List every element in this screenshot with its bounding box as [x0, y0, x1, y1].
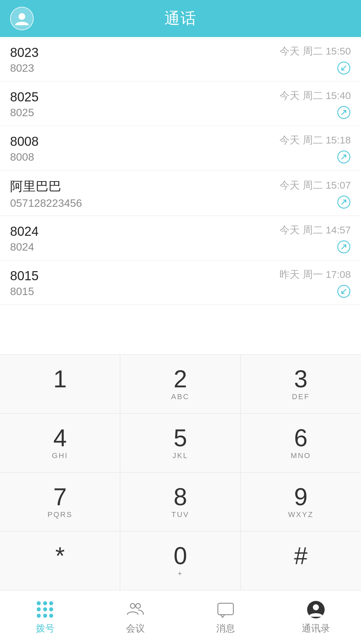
dial-key-digit: 0: [173, 544, 187, 568]
dial-key-letters: +: [178, 569, 183, 578]
call-number: 8025: [10, 106, 39, 119]
dial-key-digit: 6: [294, 426, 307, 450]
svg-point-8: [136, 604, 140, 608]
dial-key-2[interactable]: 2ABC: [120, 355, 240, 414]
dial-key-letters: DEF: [292, 392, 310, 401]
dial-key-digit: 1: [53, 367, 67, 391]
dial-key-letters: MNO: [291, 451, 311, 460]
dial-key-digit: 9: [294, 485, 307, 509]
svg-point-7: [130, 604, 135, 608]
call-name: 8025: [10, 90, 39, 104]
nav-item-conference[interactable]: 会议: [90, 590, 180, 644]
call-item[interactable]: 80248024今天 周二 14:57: [0, 216, 361, 260]
dial-key-letters: WXYZ: [288, 510, 314, 519]
dialpad-icon: [35, 600, 55, 619]
dial-key-9[interactable]: 9WXYZ: [241, 473, 361, 532]
dial-key-3[interactable]: 3DEF: [241, 355, 361, 414]
dial-key-#[interactable]: #: [241, 532, 361, 590]
call-name: 8024: [10, 224, 39, 239]
dial-key-0[interactable]: 0+: [120, 532, 240, 590]
dial-key-5[interactable]: 5JKL: [120, 414, 240, 473]
svg-rect-9: [218, 603, 233, 615]
call-number: 8008: [10, 151, 39, 163]
incoming-call-icon: [337, 61, 351, 75]
dial-key-letters: PQRS: [47, 510, 72, 519]
call-number: 057128223456: [10, 197, 82, 210]
call-name: 8023: [10, 45, 39, 60]
dialpad: 12ABC3DEF4GHI5JKL6MNO7PQRS8TUV9WXYZ*0+#: [0, 354, 361, 590]
call-number: 8023: [10, 62, 39, 74]
call-time: 今天 周二 15:50: [280, 44, 351, 58]
dial-key-letters: ABC: [171, 392, 189, 401]
dial-key-*[interactable]: *: [0, 532, 120, 590]
dial-key-digit: 4: [53, 426, 67, 450]
incoming-call-icon: [337, 284, 351, 298]
bottom-nav: 拨号 会议 消息 通讯录: [0, 590, 361, 644]
dial-key-digit: 3: [294, 367, 307, 391]
call-number: 8024: [10, 241, 39, 253]
outgoing-call-icon: [337, 195, 351, 209]
nav-label-dialpad: 拨号: [36, 622, 55, 635]
dial-key-7[interactable]: 7PQRS: [0, 473, 120, 532]
call-time: 今天 周二 15:07: [280, 179, 351, 192]
dial-key-4[interactable]: 4GHI: [0, 414, 120, 473]
call-time: 今天 周二 14:57: [280, 223, 351, 237]
call-item[interactable]: 阿里巴巴057128223456今天 周二 15:07: [0, 170, 361, 216]
call-item[interactable]: 80088008今天 周二 15:18: [0, 126, 361, 170]
dial-key-letters: GHI: [52, 451, 68, 460]
message-icon: [216, 600, 235, 619]
svg-point-0: [19, 13, 25, 20]
call-item[interactable]: 80238023今天 周二 15:50: [0, 37, 361, 82]
dial-key-digit: *: [55, 544, 65, 568]
nav-item-dialpad[interactable]: 拨号: [0, 590, 90, 644]
call-item[interactable]: 80258025今天 周二 15:40: [0, 82, 361, 126]
conference-icon: [126, 600, 145, 619]
call-time: 今天 周二 15:40: [280, 89, 351, 103]
dial-key-digit: #: [294, 544, 307, 568]
call-number: 8015: [10, 285, 39, 298]
contacts-icon: [306, 600, 326, 619]
call-time: 今天 周二 15:18: [280, 133, 351, 147]
call-item[interactable]: 80158015昨天 周一 17:08: [0, 260, 361, 305]
dial-key-8[interactable]: 8TUV: [120, 473, 240, 532]
dial-key-digit: 2: [173, 367, 187, 391]
outgoing-call-icon: [337, 105, 351, 120]
nav-item-message[interactable]: 消息: [180, 590, 271, 644]
nav-label-message: 消息: [216, 622, 235, 635]
nav-label-contacts: 通讯录: [302, 622, 330, 635]
nav-item-contacts[interactable]: 通讯录: [271, 590, 361, 644]
outgoing-call-icon: [337, 240, 351, 254]
dial-key-letters: TUV: [171, 510, 189, 519]
call-name: 8008: [10, 134, 39, 149]
dial-key-6[interactable]: 6MNO: [241, 414, 361, 473]
page-title: 通话: [164, 8, 197, 29]
header: 通话: [0, 0, 361, 37]
call-time: 昨天 周一 17:08: [280, 268, 351, 282]
nav-label-conference: 会议: [126, 622, 145, 635]
call-name: 阿里巴巴: [10, 178, 82, 195]
dial-key-digit: 8: [173, 485, 187, 509]
call-list: 80238023今天 周二 15:5080258025今天 周二 15:4080…: [0, 37, 361, 354]
outgoing-call-icon: [337, 150, 351, 164]
dial-key-1[interactable]: 1: [0, 355, 120, 414]
call-name: 8015: [10, 269, 39, 283]
dial-key-letters: JKL: [172, 451, 188, 460]
svg-point-11: [313, 604, 319, 610]
dial-key-digit: 7: [53, 485, 67, 509]
avatar[interactable]: [10, 7, 34, 30]
dial-key-digit: 5: [173, 426, 187, 450]
